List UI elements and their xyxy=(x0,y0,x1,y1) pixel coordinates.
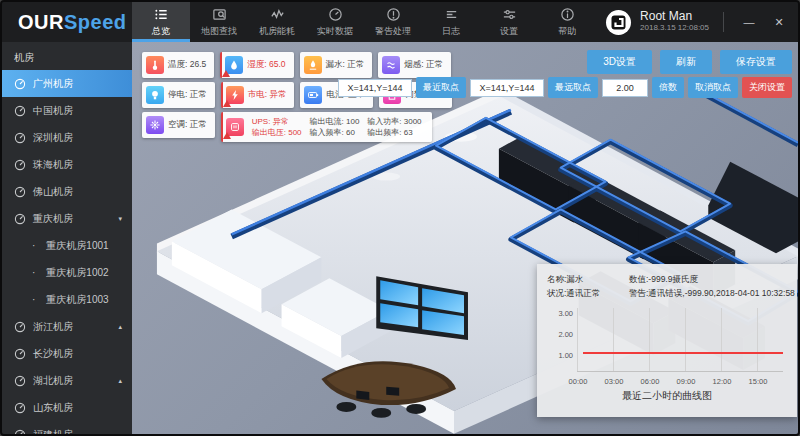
farthest-point-button[interactable]: 最远取点 xyxy=(548,77,598,98)
sidebar-item-shandong[interactable]: 山东机房 xyxy=(2,394,132,421)
badge-text: 湿度: 65.0 xyxy=(247,59,285,71)
realtime-gauge-icon xyxy=(328,7,343,22)
energy-wave-icon xyxy=(270,7,285,22)
sidebar-item-foshan[interactable]: 佛山机房 xyxy=(2,178,132,205)
warning-triangle-icon xyxy=(223,100,231,107)
minimize-button[interactable]: — xyxy=(738,16,760,28)
badge-text: 市电: 异常 xyxy=(248,89,287,101)
tooltip-row-1: 名称:漏水 数值:-999.9摄氏度 xyxy=(547,272,787,286)
sidebar-item-zhongguo[interactable]: 中国机房 xyxy=(2,97,132,124)
gauge-icon xyxy=(14,321,26,333)
sidebar-item-label: 湖北机房 xyxy=(33,374,73,388)
sidebar-item-label: 中国机房 xyxy=(33,104,73,118)
humidity-drop-icon xyxy=(225,56,243,74)
main-viewport: 温度: 26.5 湿度: 65.0 漏水: 正常 xyxy=(132,42,798,434)
badge-text: 烟感: 正常 xyxy=(404,59,443,71)
chart-title: 最近二小时的曲线图 xyxy=(547,389,787,403)
tab-label: 设置 xyxy=(500,25,518,38)
gridline xyxy=(613,308,614,371)
x-tick-label: 06:00 xyxy=(637,377,663,386)
thermometer-icon xyxy=(146,56,164,74)
x-tick-label: 09:00 xyxy=(673,377,699,386)
gauge-icon xyxy=(14,132,26,144)
sidebar-item-fujian[interactable]: 福建机房 xyxy=(2,421,132,436)
sidebar-item-guangzhou[interactable]: 广州机房 xyxy=(2,70,132,97)
coord-input-2[interactable] xyxy=(470,79,544,97)
user-area: Root Man 2018.3.15 12:08:05 — ✕ xyxy=(605,2,798,42)
sidebar-item-label: 重庆机房1002 xyxy=(46,266,108,280)
tab-logs[interactable]: 日志 xyxy=(422,2,480,42)
tab-label: 机房能耗 xyxy=(259,25,295,38)
ups-plug-icon xyxy=(226,118,244,136)
pick-settings-bar: 最近取点 最远取点 倍数 取消取点 关闭设置 xyxy=(338,77,792,98)
badge-humidity: 湿度: 65.0 xyxy=(220,52,293,78)
gauge-icon xyxy=(14,105,26,117)
series-line-leak xyxy=(583,352,783,354)
tab-overview[interactable]: 总览 xyxy=(132,2,190,42)
ups-output-frequency: 输出频率: 63 xyxy=(367,127,421,138)
tab-label: 实时数据 xyxy=(317,25,353,38)
sidebar-item-chongqing[interactable]: 重庆机房 ▾ xyxy=(2,205,132,232)
sidebar-item-chongqing-1002[interactable]: 重庆机房1002 xyxy=(2,259,132,286)
badge-air-conditioner: 空调: 正常 xyxy=(142,112,215,138)
coord-input-1[interactable] xyxy=(338,79,412,97)
sensor-history-chart: 3.00 2.00 1.00 00:00 03:00 06:00 09:00 1… xyxy=(547,304,787,386)
chevron-up-icon[interactable]: ▴ xyxy=(118,323,122,331)
y-tick-label: 2.00 xyxy=(547,330,573,339)
ups-col-3: 输入功率: 3000 输出频率: 63 xyxy=(367,116,421,138)
sidebar-item-zhuhai[interactable]: 珠海机房 xyxy=(2,151,132,178)
sidebar-header: 机房 xyxy=(2,42,132,70)
gridline xyxy=(577,308,578,371)
sensor-name: 名称:漏水 xyxy=(547,272,629,286)
tab-settings[interactable]: 设置 xyxy=(480,2,538,42)
gauge-icon xyxy=(14,429,26,436)
tab-alert-handling[interactable]: 警告处理 xyxy=(364,2,422,42)
sensor-value: 数值:-999.9摄氏度 xyxy=(629,272,787,286)
sidebar-item-chongqing-1003[interactable]: 重庆机房1003 xyxy=(2,286,132,313)
gridline xyxy=(649,308,650,371)
gauge-icon xyxy=(14,402,26,414)
chevron-down-icon[interactable]: ▾ xyxy=(118,215,122,223)
tab-room-energy[interactable]: 机房能耗 xyxy=(248,2,306,42)
tab-label: 日志 xyxy=(442,25,460,38)
gauge-icon xyxy=(14,375,26,387)
tab-help[interactable]: 帮助 xyxy=(538,2,596,42)
3d-settings-button[interactable]: 3D设置 xyxy=(587,50,652,74)
refresh-button[interactable]: 刷新 xyxy=(660,50,712,74)
gauge-icon xyxy=(14,159,26,171)
logo-text-speed: Speed xyxy=(64,11,127,34)
ups-input-frequency: 输入频率: 60 xyxy=(310,127,360,138)
sensor-warning: 警告:通讯错误,-999.90,2018-04-01 10:32:58 xyxy=(629,286,795,300)
x-tick-label: 03:00 xyxy=(601,377,627,386)
save-settings-button[interactable]: 保存设置 xyxy=(720,50,792,74)
x-tick-label: 00:00 xyxy=(565,377,591,386)
tab-label: 帮助 xyxy=(558,25,576,38)
tooltip-row-2: 状况:通讯正常 警告:通讯错误,-999.90,2018-04-01 10:32… xyxy=(547,286,787,300)
sidebar-item-shenzhen[interactable]: 深圳机房 xyxy=(2,124,132,151)
warning-triangle-icon xyxy=(222,70,230,77)
ups-status-text: UPS: 异常 xyxy=(252,116,302,127)
badge-ups: UPS: 异常 输出电压: 500 输出电流: 100 输入频率: 60 输入功… xyxy=(221,112,432,142)
cancel-pick-button[interactable]: 取消取点 xyxy=(688,77,738,98)
tab-realtime-data[interactable]: 实时数据 xyxy=(306,2,364,42)
chevron-up-icon[interactable]: ▴ xyxy=(118,377,122,385)
tab-label: 警告处理 xyxy=(375,25,411,38)
badge-smoke: 烟感: 正常 xyxy=(378,52,451,78)
close-button[interactable]: ✕ xyxy=(768,16,790,29)
nearest-point-button[interactable]: 最近取点 xyxy=(416,77,466,98)
sidebar-item-label: 浙江机房 xyxy=(33,320,73,334)
sidebar-item-label: 广州机房 xyxy=(33,77,73,91)
sidebar-item-hubei[interactable]: 湖北机房 ▴ xyxy=(2,367,132,394)
zoom-multiplier-input[interactable] xyxy=(602,79,648,97)
tab-label: 总览 xyxy=(152,25,170,38)
sidebar-item-changsha[interactable]: 长沙机房 xyxy=(2,340,132,367)
ups-output-current: 输出电流: 100 xyxy=(310,116,360,127)
badge-text: 空调: 正常 xyxy=(168,119,207,131)
gauge-icon xyxy=(14,78,26,90)
sidebar-item-zhejiang[interactable]: 浙江机房 ▴ xyxy=(2,313,132,340)
nav-tabs: 总览 地图查找 机房能耗 实时数据 警告处理 日志 xyxy=(132,2,596,42)
close-settings-button[interactable]: 关闭设置 xyxy=(742,77,792,98)
tab-map-search[interactable]: 地图查找 xyxy=(190,2,248,42)
multiplier-button[interactable]: 倍数 xyxy=(652,77,684,98)
sidebar-item-chongqing-1001[interactable]: 重庆机房1001 xyxy=(2,232,132,259)
